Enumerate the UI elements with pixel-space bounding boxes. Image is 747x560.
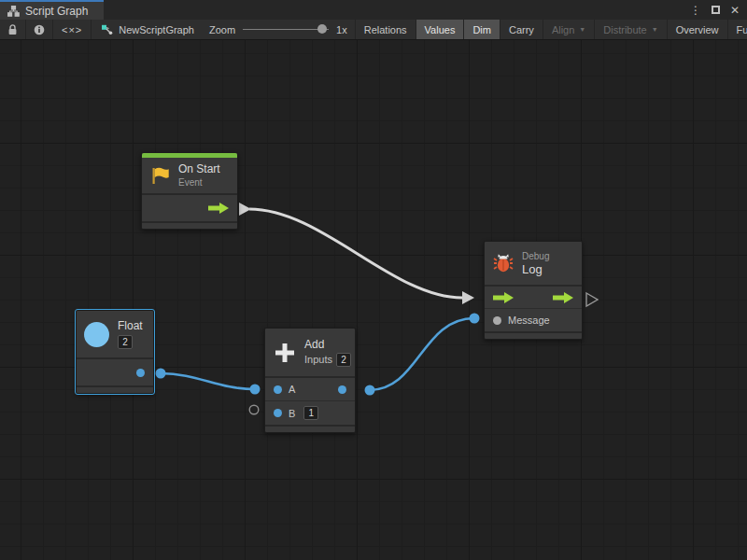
flag-icon [149, 165, 171, 187]
float-header: Float 2 [77, 311, 153, 357]
wire-onstart-to-log[interactable] [249, 209, 462, 298]
message-port-label: Message [508, 315, 550, 326]
node-float[interactable]: Float 2 [76, 310, 154, 394]
code-icon: <×> [62, 24, 82, 35]
port-b-value-field[interactable]: 1 [303, 406, 318, 420]
value-out-marker-float[interactable] [156, 369, 166, 379]
flow-in-marker-log[interactable] [462, 291, 474, 304]
unconnected-flow-out-marker-log[interactable] [586, 293, 598, 306]
node-footer [485, 331, 582, 339]
port-a-label: A [289, 384, 295, 395]
add-result-out-port[interactable] [338, 385, 346, 394]
node-title: On Start [178, 162, 220, 176]
graph-toolbar: <×> NewScriptGraph Zoom 1x Relations Val… [0, 20, 747, 40]
value-in-marker-message[interactable] [470, 314, 480, 324]
value-in-marker-add-a[interactable] [250, 385, 261, 395]
add-port-b-row: B 1 [265, 400, 355, 425]
log-message-row: Message [485, 308, 582, 331]
distribute-dropdown-button: Distribute▼ [595, 20, 667, 39]
unconnected-port-marker-add-b[interactable] [249, 405, 259, 414]
flow-out-marker-onstart[interactable] [239, 203, 251, 216]
value-out-marker-add[interactable] [365, 385, 375, 396]
node-title: Float [118, 319, 143, 333]
zoom-label: Zoom [209, 24, 235, 35]
close-icon[interactable]: ✕ [728, 4, 741, 17]
log-flow-row [485, 285, 582, 308]
graph-name-group[interactable]: NewScriptGraph [92, 20, 204, 39]
port-b-value-in[interactable] [274, 409, 282, 417]
inputs-count-field[interactable]: 2 [336, 353, 351, 367]
caret-down-icon: ▼ [652, 26, 658, 33]
message-value-port[interactable] [493, 316, 501, 325]
node-title: Log [522, 262, 549, 276]
lock-button[interactable] [0, 20, 26, 39]
on-start-header: On Start Event [142, 158, 237, 193]
graph-canvas[interactable]: On Start Event [0, 40, 747, 560]
fullscreen-button[interactable]: Full Screen [728, 20, 747, 39]
dim-button[interactable]: Dim [464, 20, 500, 39]
info-icon [34, 24, 45, 35]
node-footer [265, 425, 355, 432]
float-circle-icon [84, 322, 109, 347]
flow-in-port[interactable] [493, 292, 514, 303]
code-view-button[interactable]: <×> [53, 20, 92, 39]
tab-strip: Script Graph ⋮ ✕ [0, 0, 747, 20]
wire-layer [0, 40, 747, 560]
node-category: Debug [522, 250, 549, 262]
wire-add-to-message[interactable] [370, 318, 474, 390]
add-header: Add Inputs 2 [265, 329, 355, 376]
zoom-control: Zoom 1x [204, 20, 353, 39]
values-button[interactable]: Values [416, 20, 465, 39]
tab-label: Script Graph [25, 5, 88, 18]
graph-asset-icon [101, 24, 113, 35]
flow-out-port[interactable] [208, 203, 229, 214]
node-footer [142, 221, 237, 229]
window-controls: ⋮ ✕ [689, 0, 747, 20]
port-b-label: B [289, 408, 295, 419]
script-graph-window: Script Graph ⋮ ✕ <×> NewScriptGraph [0, 0, 747, 560]
toolbar-right-buttons: Relations Values Dim Carry Align▼ Distri… [355, 20, 747, 39]
align-dropdown-button: Align▼ [543, 20, 595, 39]
carry-button[interactable]: Carry [500, 20, 543, 39]
menu-kebab-icon[interactable]: ⋮ [689, 4, 702, 17]
node-footer [77, 385, 153, 393]
on-start-ports-row [142, 193, 237, 221]
port-a-value-in[interactable] [274, 385, 282, 394]
graph-hierarchy-icon [7, 6, 20, 17]
overview-button[interactable]: Overview [668, 20, 728, 39]
flow-out-port[interactable] [553, 292, 573, 303]
zoom-slider-handle[interactable] [317, 24, 327, 34]
debug-log-header: Debug Log [485, 242, 582, 285]
node-on-start[interactable]: On Start Event [141, 152, 238, 230]
lock-icon [7, 24, 18, 35]
float-value-field[interactable]: 2 [118, 335, 133, 349]
plus-icon [273, 341, 297, 365]
relations-button[interactable]: Relations [356, 20, 416, 39]
zoom-slider[interactable] [243, 29, 329, 30]
node-add[interactable]: Add Inputs 2 A B 1 [264, 328, 356, 433]
maximize-icon[interactable] [709, 4, 722, 17]
float-ports-row [77, 357, 153, 385]
inputs-label: Inputs [304, 354, 332, 366]
tab-script-graph[interactable]: Script Graph [0, 0, 104, 20]
bug-icon [492, 252, 514, 274]
zoom-value: 1x [336, 24, 347, 35]
node-subtitle: Event [178, 176, 220, 189]
node-title: Add [304, 338, 351, 352]
graph-name-label: NewScriptGraph [119, 24, 194, 35]
caret-down-icon: ▼ [579, 26, 585, 33]
add-port-a-row: A [265, 376, 355, 400]
info-button[interactable] [26, 20, 53, 39]
float-value-out-port[interactable] [136, 369, 145, 377]
node-debug-log[interactable]: Debug Log Message [484, 241, 583, 340]
wire-float-to-add[interactable] [161, 373, 255, 389]
